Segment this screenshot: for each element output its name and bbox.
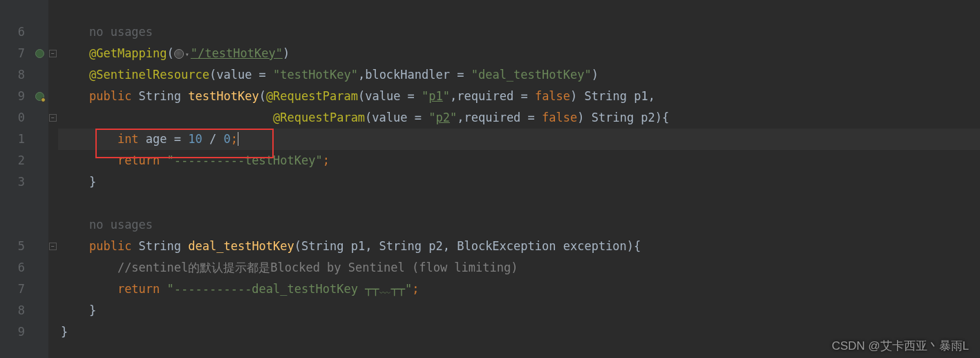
code-line[interactable]: no usages [58, 21, 980, 43]
fold-toggle[interactable]: − [49, 50, 57, 57]
method-name: testHotKey [188, 89, 258, 103]
gutter-icons [33, 0, 48, 358]
brace: } [61, 325, 68, 339]
spacer [0, 0, 25, 21]
code-line[interactable]: @RequestParam(value = "p2",required = fa… [58, 107, 980, 129]
code-area[interactable]: no usages @GetMapping(▾"/testHotKey") @S… [58, 0, 980, 358]
brace: } [89, 175, 96, 189]
fold-gutter: − − − [48, 0, 58, 358]
globe-icon[interactable] [174, 49, 184, 59]
brace: } [89, 303, 96, 317]
code-editor[interactable]: 6 7 8 9 0 1 2 3 5 6 7 8 9 − − − no usage… [0, 0, 980, 358]
code-line[interactable]: @SentinelResource(value = "testHotKey",b… [58, 64, 980, 86]
annotation: @SentinelResource [89, 68, 209, 82]
line-number: 0 [0, 107, 25, 129]
code-line[interactable]: public String deal_testHotKey(String p1,… [58, 236, 980, 257]
chevron-down-icon[interactable]: ▾ [185, 44, 189, 65]
code-line[interactable]: return "-----------deal_testHotKey ┬┬﹏┬┬… [58, 279, 980, 300]
text-caret [238, 132, 238, 146]
line-number: 7 [0, 43, 25, 64]
line-number: 5 [0, 236, 25, 257]
code-line[interactable] [58, 193, 980, 214]
code-line-current[interactable]: int age = 10 / 0; [58, 129, 980, 150]
line-number: 7 [0, 279, 25, 300]
line-number: 2 [0, 150, 25, 171]
method-name: deal_testHotKey [188, 239, 294, 253]
code-line[interactable]: } [58, 171, 980, 193]
comment: //sentinel的默认提示都是Blocked by Sentinel (fl… [117, 261, 518, 274]
code-line[interactable]: //sentinel的默认提示都是Blocked by Sentinel (fl… [58, 257, 980, 279]
code-line[interactable]: } [58, 300, 980, 321]
code-line[interactable]: no usages [58, 214, 980, 236]
line-number: 8 [0, 64, 25, 86]
line-number [0, 193, 25, 214]
endpoint-icon[interactable] [35, 49, 44, 58]
code-line[interactable]: @GetMapping(▾"/testHotKey") [58, 43, 980, 64]
brace [61, 3, 75, 17]
fold-toggle[interactable]: − [49, 114, 57, 122]
annotation: @GetMapping [89, 46, 167, 60]
line-number: 9 [0, 86, 25, 107]
url-literal[interactable]: "/testHotKey" [191, 46, 283, 60]
code-line[interactable] [58, 0, 980, 21]
line-number: 8 [0, 300, 25, 321]
line-number: 1 [0, 129, 25, 150]
line-number [0, 214, 25, 236]
line-number: 6 [0, 21, 25, 43]
fold-toggle[interactable]: − [49, 243, 57, 250]
line-number: 9 [0, 321, 25, 343]
usages-hint[interactable]: no usages [89, 218, 153, 232]
watermark: CSDN @艾卡西亚丶暴雨L [831, 338, 969, 354]
warning-icon[interactable] [41, 97, 46, 102]
usages-hint[interactable]: no usages [89, 25, 153, 39]
code-line[interactable]: return "----------testHotKey"; [58, 150, 980, 171]
line-number: 3 [0, 171, 25, 193]
line-number: 6 [0, 257, 25, 279]
line-number-gutter: 6 7 8 9 0 1 2 3 5 6 7 8 9 [0, 0, 33, 358]
code-line[interactable]: public String testHotKey(@RequestParam(v… [58, 86, 980, 107]
